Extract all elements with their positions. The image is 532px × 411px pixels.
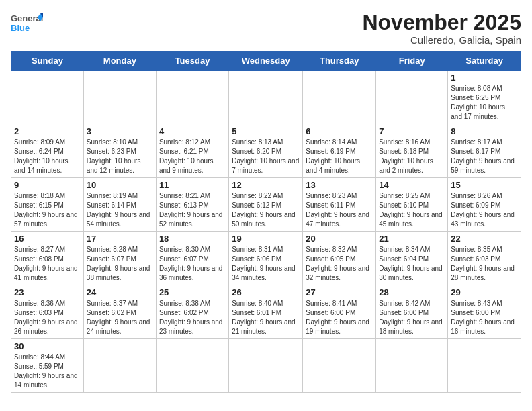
title-block: November 2025 Culleredo, Galicia, Spain bbox=[362, 11, 521, 46]
day-number: 12 bbox=[232, 180, 300, 190]
logo: General Blue bbox=[11, 11, 43, 36]
day-number: 27 bbox=[306, 287, 373, 298]
calendar-cell bbox=[303, 71, 376, 124]
calendar-cell bbox=[229, 71, 303, 124]
weekday-monday: Monday bbox=[83, 52, 156, 71]
day-number: 16 bbox=[14, 234, 81, 244]
day-info: Sunrise: 8:26 AM Sunset: 6:09 PM Dayligh… bbox=[451, 191, 518, 229]
day-info: Sunrise: 8:43 AM Sunset: 6:00 PM Dayligh… bbox=[451, 299, 518, 336]
day-number: 29 bbox=[451, 287, 518, 298]
day-info: Sunrise: 8:38 AM Sunset: 6:02 PM Dayligh… bbox=[159, 299, 226, 336]
weekday-thursday: Thursday bbox=[303, 52, 376, 71]
day-info: Sunrise: 8:28 AM Sunset: 6:07 PM Dayligh… bbox=[87, 245, 153, 283]
day-number: 4 bbox=[159, 126, 226, 136]
day-info: Sunrise: 8:34 AM Sunset: 6:04 PM Dayligh… bbox=[379, 245, 445, 283]
weekday-row: SundayMondayTuesdayWednesdayThursdayFrid… bbox=[11, 52, 521, 71]
day-number: 24 bbox=[87, 287, 153, 298]
subtitle: Culleredo, Galicia, Spain bbox=[362, 34, 521, 46]
calendar-cell: 19Sunrise: 8:31 AM Sunset: 6:06 PM Dayli… bbox=[229, 232, 303, 285]
day-info: Sunrise: 8:17 AM Sunset: 6:17 PM Dayligh… bbox=[451, 138, 518, 175]
calendar-cell: 4Sunrise: 8:12 AM Sunset: 6:21 PM Daylig… bbox=[156, 124, 228, 178]
calendar-cell bbox=[376, 71, 448, 124]
day-number: 3 bbox=[87, 126, 153, 136]
calendar-cell: 14Sunrise: 8:25 AM Sunset: 6:10 PM Dayli… bbox=[376, 178, 448, 232]
calendar-cell: 1Sunrise: 8:08 AM Sunset: 6:25 PM Daylig… bbox=[448, 71, 521, 124]
calendar-cell bbox=[156, 339, 228, 393]
day-number: 13 bbox=[306, 180, 373, 190]
day-info: Sunrise: 8:27 AM Sunset: 6:08 PM Dayligh… bbox=[14, 245, 81, 283]
calendar-cell: 8Sunrise: 8:17 AM Sunset: 6:17 PM Daylig… bbox=[448, 124, 521, 178]
calendar-cell: 17Sunrise: 8:28 AM Sunset: 6:07 PM Dayli… bbox=[83, 232, 156, 285]
calendar-cell bbox=[448, 339, 521, 393]
day-info: Sunrise: 8:19 AM Sunset: 6:14 PM Dayligh… bbox=[87, 191, 153, 229]
calendar-cell: 3Sunrise: 8:10 AM Sunset: 6:23 PM Daylig… bbox=[83, 124, 156, 178]
calendar-cell: 22Sunrise: 8:35 AM Sunset: 6:03 PM Dayli… bbox=[448, 232, 521, 285]
calendar-cell: 28Sunrise: 8:42 AM Sunset: 6:00 PM Dayli… bbox=[376, 285, 448, 339]
day-info: Sunrise: 8:44 AM Sunset: 5:59 PM Dayligh… bbox=[14, 353, 81, 390]
day-number: 7 bbox=[379, 126, 445, 136]
day-info: Sunrise: 8:22 AM Sunset: 6:12 PM Dayligh… bbox=[232, 191, 300, 229]
day-info: Sunrise: 8:37 AM Sunset: 6:02 PM Dayligh… bbox=[87, 299, 153, 336]
weekday-tuesday: Tuesday bbox=[156, 52, 228, 71]
calendar-cell: 18Sunrise: 8:30 AM Sunset: 6:07 PM Dayli… bbox=[156, 232, 228, 285]
day-info: Sunrise: 8:21 AM Sunset: 6:13 PM Dayligh… bbox=[159, 191, 226, 229]
calendar-cell: 24Sunrise: 8:37 AM Sunset: 6:02 PM Dayli… bbox=[83, 285, 156, 339]
weekday-saturday: Saturday bbox=[448, 52, 521, 71]
calendar-week-row: 30Sunrise: 8:44 AM Sunset: 5:59 PM Dayli… bbox=[11, 339, 521, 393]
weekday-friday: Friday bbox=[376, 52, 448, 71]
day-info: Sunrise: 8:13 AM Sunset: 6:20 PM Dayligh… bbox=[232, 138, 300, 175]
day-info: Sunrise: 8:16 AM Sunset: 6:18 PM Dayligh… bbox=[379, 138, 445, 175]
day-info: Sunrise: 8:10 AM Sunset: 6:23 PM Dayligh… bbox=[87, 138, 153, 175]
day-info: Sunrise: 8:25 AM Sunset: 6:10 PM Dayligh… bbox=[379, 191, 445, 229]
calendar-cell: 6Sunrise: 8:14 AM Sunset: 6:19 PM Daylig… bbox=[303, 124, 376, 178]
day-info: Sunrise: 8:08 AM Sunset: 6:25 PM Dayligh… bbox=[451, 84, 518, 122]
calendar: SundayMondayTuesdayWednesdayThursdayFrid… bbox=[11, 51, 521, 393]
calendar-header: SundayMondayTuesdayWednesdayThursdayFrid… bbox=[11, 52, 521, 71]
day-number: 21 bbox=[379, 234, 445, 244]
calendar-week-row: 16Sunrise: 8:27 AM Sunset: 6:08 PM Dayli… bbox=[11, 232, 521, 285]
calendar-cell bbox=[83, 71, 156, 124]
day-number: 15 bbox=[451, 180, 518, 190]
day-number: 20 bbox=[306, 234, 373, 244]
day-number: 23 bbox=[14, 287, 81, 298]
day-number: 10 bbox=[87, 180, 153, 190]
day-info: Sunrise: 8:09 AM Sunset: 6:24 PM Dayligh… bbox=[14, 138, 81, 175]
calendar-cell: 25Sunrise: 8:38 AM Sunset: 6:02 PM Dayli… bbox=[156, 285, 228, 339]
day-info: Sunrise: 8:31 AM Sunset: 6:06 PM Dayligh… bbox=[232, 245, 300, 283]
calendar-week-row: 1Sunrise: 8:08 AM Sunset: 6:25 PM Daylig… bbox=[11, 71, 521, 124]
header: General Blue November 2025 Culleredo, Ga… bbox=[11, 11, 521, 46]
day-info: Sunrise: 8:42 AM Sunset: 6:00 PM Dayligh… bbox=[379, 299, 445, 336]
calendar-cell bbox=[83, 339, 156, 393]
calendar-cell: 12Sunrise: 8:22 AM Sunset: 6:12 PM Dayli… bbox=[229, 178, 303, 232]
calendar-cell: 16Sunrise: 8:27 AM Sunset: 6:08 PM Dayli… bbox=[11, 232, 84, 285]
day-number: 28 bbox=[379, 287, 445, 298]
weekday-sunday: Sunday bbox=[11, 52, 84, 71]
calendar-cell bbox=[229, 339, 303, 393]
calendar-cell: 10Sunrise: 8:19 AM Sunset: 6:14 PM Dayli… bbox=[83, 178, 156, 232]
day-info: Sunrise: 8:40 AM Sunset: 6:01 PM Dayligh… bbox=[232, 299, 300, 336]
calendar-cell bbox=[11, 71, 84, 124]
day-number: 18 bbox=[159, 234, 226, 244]
day-info: Sunrise: 8:41 AM Sunset: 6:00 PM Dayligh… bbox=[306, 299, 373, 336]
calendar-cell: 7Sunrise: 8:16 AM Sunset: 6:18 PM Daylig… bbox=[376, 124, 448, 178]
calendar-cell: 9Sunrise: 8:18 AM Sunset: 6:15 PM Daylig… bbox=[11, 178, 84, 232]
day-info: Sunrise: 8:36 AM Sunset: 6:03 PM Dayligh… bbox=[14, 299, 81, 336]
day-info: Sunrise: 8:30 AM Sunset: 6:07 PM Dayligh… bbox=[159, 245, 226, 283]
day-number: 14 bbox=[379, 180, 445, 190]
day-number: 2 bbox=[14, 126, 81, 136]
calendar-cell bbox=[303, 339, 376, 393]
calendar-body: 1Sunrise: 8:08 AM Sunset: 6:25 PM Daylig… bbox=[11, 71, 521, 393]
day-info: Sunrise: 8:32 AM Sunset: 6:05 PM Dayligh… bbox=[306, 245, 373, 283]
day-number: 1 bbox=[451, 73, 518, 83]
svg-text:General: General bbox=[11, 13, 43, 24]
page: General Blue November 2025 Culleredo, Ga… bbox=[0, 0, 532, 404]
day-info: Sunrise: 8:35 AM Sunset: 6:03 PM Dayligh… bbox=[451, 245, 518, 283]
calendar-week-row: 9Sunrise: 8:18 AM Sunset: 6:15 PM Daylig… bbox=[11, 178, 521, 232]
calendar-cell: 20Sunrise: 8:32 AM Sunset: 6:05 PM Dayli… bbox=[303, 232, 376, 285]
calendar-cell: 2Sunrise: 8:09 AM Sunset: 6:24 PM Daylig… bbox=[11, 124, 84, 178]
calendar-cell bbox=[376, 339, 448, 393]
svg-text:Blue: Blue bbox=[11, 23, 30, 33]
day-number: 8 bbox=[451, 126, 518, 136]
day-number: 19 bbox=[232, 234, 300, 244]
day-number: 26 bbox=[232, 287, 300, 298]
